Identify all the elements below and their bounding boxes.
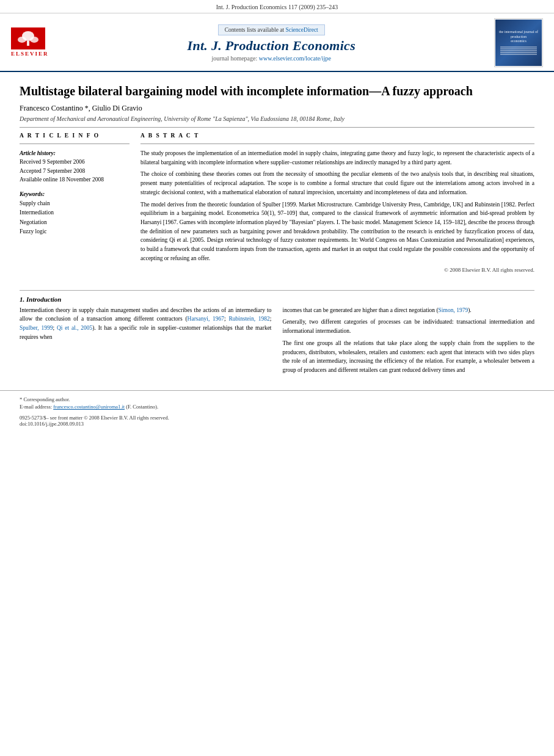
elsevier-logo-area: ELSEVIER (11, 27, 49, 58)
svg-point-2 (30, 37, 38, 43)
body-col-left: Intermediation theory in supply chain ma… (20, 306, 272, 378)
footer-copyright: 0925-5273/$– see front matter © 2008 Els… (20, 415, 534, 421)
sciencedirect-link[interactable]: ScienceDirect (285, 27, 318, 33)
body-text-right: incomes that can be generated are higher… (283, 306, 535, 375)
citation-bar: Int. J. Production Economics 117 (2009) … (0, 0, 554, 13)
corresponding-author-label: * Corresponding author. (20, 396, 70, 402)
svg-rect-3 (27, 41, 29, 46)
journal-cover-title: the international journal ofproductionec… (499, 30, 538, 44)
elsevier-tree-icon (15, 30, 42, 47)
abstract-para-3: The model derives from the theoretic fou… (140, 200, 534, 263)
ref-simon[interactable]: Simon, 1979 (439, 307, 468, 313)
sciencedirect-bar: Contents lists available at ScienceDirec… (218, 24, 325, 35)
email-suffix: (F. Costantino). (126, 404, 158, 410)
divider-1 (20, 127, 534, 128)
journal-subtitle: journal homepage: www.elsevier.com/locat… (55, 55, 488, 62)
elsevier-logo: ELSEVIER (11, 27, 49, 57)
article-title: Multistage bilateral bargaining model wi… (20, 83, 534, 99)
ref-qi[interactable]: Qi et al., 2005 (57, 325, 92, 331)
article-affiliation: Department of Mechanical and Aeronautica… (20, 115, 534, 122)
body-two-col: Intermediation theory in supply chain ma… (20, 306, 534, 378)
journal-cover-image: the international journal ofproductionec… (495, 20, 542, 66)
abstract-copyright: © 2008 Elsevier B.V. All rights reserved… (140, 267, 534, 273)
article-info-abstract: A R T I C L E I N F O Article history: R… (20, 133, 534, 273)
abstract-para-2: The choice of combining these theories c… (140, 170, 534, 197)
received-date: Received 9 September 2006 (20, 158, 129, 166)
divider-3 (140, 144, 534, 144)
journal-homepage-label: journal homepage: (212, 55, 258, 62)
article-history: Article history: Received 9 September 20… (20, 149, 129, 184)
email-link[interactable]: francesco.costantino@uniroma1.it (53, 404, 125, 410)
history-label: Article history: (20, 149, 129, 158)
body-content: 1. Introduction Intermediation theory in… (0, 279, 554, 384)
ref-spulber[interactable]: Spulber, 1999 (20, 325, 53, 331)
article-info-column: A R T I C L E I N F O Article history: R… (20, 133, 129, 273)
keyword-2: Intermediation (20, 208, 129, 217)
page: Int. J. Production Economics 117 (2009) … (0, 0, 554, 756)
keyword-4: Fuzzy logic (20, 227, 129, 236)
journal-header: ELSEVIER Contents lists available at Sci… (0, 13, 554, 72)
abstract-label: A B S T R A C T (140, 133, 534, 139)
available-date: Available online 18 November 2008 (20, 175, 129, 184)
elsevier-label: ELSEVIER (11, 51, 49, 57)
body-col-right: incomes that can be generated are higher… (283, 306, 535, 378)
body-divider (20, 290, 534, 291)
abstract-para-1: The study proposes the implementation of… (140, 149, 534, 167)
body-text-left: Intermediation theory in supply chain ma… (20, 306, 272, 342)
keywords-block: Keywords: Supply chain Intermediation Ne… (20, 190, 129, 236)
footer-bottom: 0925-5273/$– see front matter © 2008 Els… (20, 415, 534, 427)
journal-header-center: Contents lists available at ScienceDirec… (49, 24, 494, 62)
article-authors: Francesco Costantino *, Giulio Di Gravio (20, 104, 534, 113)
body-para-right-2: Generally, two different categories of p… (283, 318, 535, 335)
intro-heading: 1. Introduction (20, 296, 534, 303)
divider-2 (20, 144, 129, 144)
abstract-column: A B S T R A C T The study proposes the i… (140, 133, 534, 273)
ref-harsanyi[interactable]: Harsanyi, 1967 (188, 316, 224, 322)
email-label: E-mail address: (20, 404, 52, 410)
body-para-right-1: incomes that can be generated are higher… (283, 306, 535, 315)
accepted-date: Accepted 7 September 2008 (20, 167, 129, 175)
sciencedirect-label: Contents lists available at (225, 27, 284, 33)
abstract-text: The study proposes the implementation of… (140, 149, 534, 263)
footer-doi: doi:10.1016/j.ijpe.2008.09.013 (20, 421, 534, 427)
footer: * Corresponding author. E-mail address: … (0, 390, 554, 431)
keywords-label: Keywords: (20, 190, 129, 199)
elsevier-logo-box (11, 27, 45, 49)
main-content: Multistage bilateral bargaining model wi… (0, 72, 554, 279)
ref-rubinstein[interactable]: Rubinstein, 1982 (229, 316, 270, 322)
svg-point-1 (18, 37, 26, 43)
journal-cover: the international journal ofproductionec… (494, 18, 543, 67)
journal-homepage-link[interactable]: www.elsevier.com/locate/ijpe (259, 55, 331, 62)
article-info-label: A R T I C L E I N F O (20, 133, 129, 139)
keyword-1: Supply chain (20, 199, 129, 208)
body-para-right-3: The first one groups all the relations t… (283, 339, 535, 375)
journal-cover-lines (500, 46, 537, 56)
keyword-3: Negotiation (20, 218, 129, 227)
journal-title: Int. J. Production Economics (55, 38, 488, 54)
body-para-left-1: Intermediation theory in supply chain ma… (20, 306, 272, 342)
citation-text: Int. J. Production Economics 117 (2009) … (216, 4, 338, 10)
footnote: * Corresponding author. E-mail address: … (20, 396, 534, 412)
